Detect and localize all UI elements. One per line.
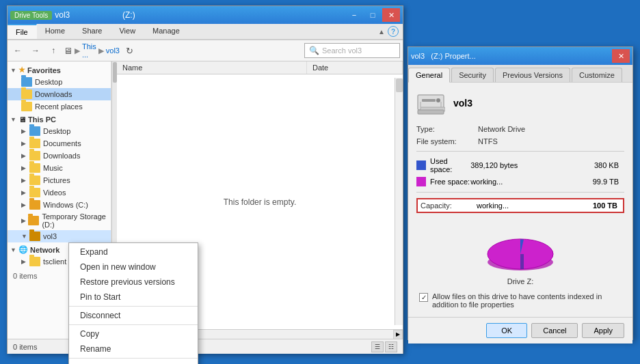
recent-folder-icon — [21, 102, 32, 111]
list-view-button[interactable]: ☰ — [371, 341, 384, 352]
tab-share[interactable]: Share — [74, 24, 111, 39]
details-view-button[interactable]: ☷ — [385, 341, 397, 352]
props-tab-general[interactable]: General — [408, 68, 450, 83]
sidebar-favorites-header[interactable]: ▼ ★ Favorites — [8, 64, 111, 76]
sidebar-item-music[interactable]: ▶ Music — [8, 162, 111, 174]
breadcrumb-separator1: ▶ — [75, 46, 80, 55]
context-menu-rename[interactable]: Rename — [69, 341, 198, 356]
sidebar-item-recent-places[interactable]: Recent places — [8, 100, 111, 113]
file-list-scrollbar[interactable] — [395, 78, 403, 325]
tab-view[interactable]: View — [111, 24, 144, 39]
tab-home[interactable]: Home — [37, 24, 74, 39]
pin-start-label: Pin to Start — [80, 292, 120, 302]
svg-point-3 — [436, 98, 440, 102]
context-menu-expand[interactable]: Expand — [69, 244, 198, 260]
search-box[interactable]: 🔍 Search vol3 — [304, 43, 400, 58]
dl-expand-icon: ▶ — [21, 152, 28, 159]
temp-storage-icon — [28, 216, 39, 225]
props-checkbox-row: ✓ Allow files on this drive to have cont… — [416, 292, 624, 309]
close-button[interactable]: ✕ — [382, 8, 400, 22]
address-bar: ← → ↑ 🖥 ▶ This ... ▶ vol3 ↻ 🔍 Search vol… — [8, 40, 403, 61]
checkbox-checkmark: ✓ — [421, 294, 427, 301]
sidebar-item-videos[interactable]: ▶ Videos — [8, 186, 111, 199]
title-bar-controls: − □ ✕ — [345, 8, 400, 22]
breadcrumb-vol3[interactable]: vol3 — [106, 46, 120, 55]
ribbon-collapse-icon[interactable]: ▲ — [378, 28, 385, 36]
maximize-button[interactable]: □ — [364, 8, 382, 22]
hscroll-right-btn[interactable]: ▶ — [393, 330, 403, 339]
forward-button[interactable]: → — [28, 43, 43, 58]
col-header-name[interactable]: Name — [117, 61, 307, 74]
desktop-folder-icon — [21, 77, 32, 87]
props-used-size: 380 KB — [594, 161, 619, 169]
context-menu-disconnect[interactable]: Disconnect — [69, 308, 198, 323]
network-label: Network — [30, 246, 59, 254]
props-ok-button[interactable]: OK — [486, 323, 527, 338]
ts-expand-icon: ▶ — [21, 217, 27, 224]
props-cancel-button[interactable]: Cancel — [531, 323, 578, 338]
network-collapse-icon: ▼ — [10, 247, 17, 253]
col-header-date[interactable]: Date — [307, 61, 403, 74]
props-title-bar: vol3 (Z:) Propert... ✕ — [408, 47, 632, 65]
props-body: vol3 Type: Network Drive File system: NT… — [408, 83, 632, 317]
back-button[interactable]: ← — [10, 43, 25, 58]
props-dialog-title: vol3 (Z:) Propert... — [411, 52, 476, 60]
sidebar-item-downloads-pc[interactable]: ▶ Downloads — [8, 150, 111, 162]
tab-manage[interactable]: Manage — [144, 24, 189, 39]
vol3-expand-icon: ▼ — [21, 233, 28, 240]
vids-expand-icon: ▶ — [21, 189, 28, 196]
sidebar-item-windows-c[interactable]: ▶ Windows (C:) — [8, 199, 111, 211]
pie-chart-container: Drive Z: — [416, 220, 624, 285]
sidebar-item-documents[interactable]: ▶ Documents — [8, 137, 111, 150]
ribbon-help-icon[interactable]: ? — [388, 26, 399, 37]
thispc-label: This PC — [28, 115, 56, 124]
dialog-buttons: OK Cancel Apply — [408, 317, 632, 344]
breadcrumb-thispc[interactable]: This ... — [82, 42, 96, 59]
props-drive-name: vol3 — [453, 98, 472, 109]
sidebar-item-pictures[interactable]: ▶ Pictures — [8, 174, 111, 186]
index-checkbox[interactable]: ✓ — [419, 293, 428, 302]
context-menu-open-new-window[interactable]: Open in new window — [69, 260, 198, 275]
props-fs-label: File system: — [416, 137, 478, 145]
up-button[interactable]: ↑ — [46, 43, 61, 58]
props-free-values: working... 99.9 TB — [470, 178, 624, 186]
sidebar-thispc-section: ▼ 🖥 This PC ▶ Desktop ▶ Documents — [8, 114, 111, 242]
pictures-folder-icon — [29, 176, 40, 185]
sidebar-pictures-label: Pictures — [43, 176, 70, 184]
refresh-button[interactable]: ↻ — [122, 43, 137, 58]
props-capacity-values: working... 100 TB — [477, 201, 620, 210]
downloads-folder-icon — [21, 89, 32, 99]
tab-file[interactable]: File — [8, 24, 37, 39]
sidebar-item-desktop-pc[interactable]: ▶ Desktop — [8, 125, 111, 137]
props-close-button[interactable]: ✕ — [612, 49, 630, 63]
favorites-label: Favorites — [27, 66, 61, 74]
props-type-label: Type: — [416, 125, 478, 133]
sidebar-windows-c-label: Windows (C:) — [43, 201, 88, 209]
props-tab-customize[interactable]: Customize — [572, 68, 622, 82]
network-icon: 🌐 — [18, 245, 28, 254]
sidebar-documents-label: Documents — [43, 139, 81, 148]
sidebar-item-downloads-favorites[interactable]: Downloads — [8, 88, 111, 100]
open-new-window-label: Open in new window — [80, 262, 156, 272]
sidebar-item-temp-storage[interactable]: ▶ Temporary Storage (D:) — [8, 211, 111, 230]
props-tab-previous-versions[interactable]: Previous Versions — [495, 68, 570, 82]
props-apply-button[interactable]: Apply — [582, 323, 624, 338]
search-placeholder: Search vol3 — [322, 46, 362, 55]
sidebar-thispc-header[interactable]: ▼ 🖥 This PC — [8, 114, 111, 125]
props-used-row: Used space: 389,120 bytes 380 KB — [416, 157, 624, 173]
context-menu-pin-start[interactable]: Pin to Start — [69, 290, 198, 305]
wc-expand-icon: ▶ — [21, 201, 28, 208]
sidebar-item-desktop-favorites[interactable]: Desktop — [8, 76, 111, 88]
minimize-button[interactable]: − — [345, 8, 363, 22]
context-menu-restore-versions[interactable]: Restore previous versions — [69, 275, 198, 290]
props-free-bytes: working... — [470, 178, 503, 186]
context-menu-new[interactable]: New ▶ — [69, 360, 198, 364]
properties-dialog: vol3 (Z:) Propert... ✕ General Security … — [408, 46, 633, 340]
tsc-expand-icon: ▶ — [21, 258, 28, 265]
title-bar: Drive Tools vol3 (Z:) − □ ✕ — [8, 6, 403, 24]
context-menu-copy[interactable]: Copy — [69, 326, 198, 341]
main-content: ▼ ★ Favorites Desktop Downloads Rec — [8, 61, 403, 339]
props-tab-security[interactable]: Security — [451, 68, 494, 82]
sidebar-item-vol3[interactable]: ▼ vol3 — [8, 230, 111, 242]
sidebar-desktop-label: Desktop — [35, 78, 62, 86]
